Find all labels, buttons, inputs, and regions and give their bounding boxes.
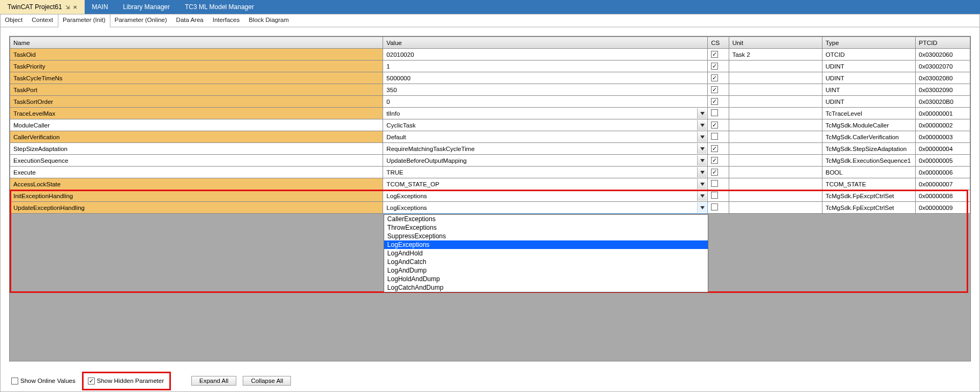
cell-cs[interactable] — [708, 108, 729, 119]
table-row[interactable]: TaskOid 02010020Task 2OTCID0x03002060 — [10, 49, 970, 61]
cell-type[interactable]: TcMgSdk.ModuleCaller — [822, 119, 915, 131]
cell-type[interactable]: TcMgSdk.FpExcptCtrlSet — [822, 202, 915, 214]
window-tab[interactable]: Library Manager — [116, 0, 177, 14]
table-row[interactable]: TaskPort 350UINT0x03002090 — [10, 84, 970, 96]
cell-name[interactable]: TaskCycleTimeNs — [10, 72, 383, 84]
cell-name[interactable]: StepSizeAdaptation — [10, 143, 383, 155]
dropdown-option[interactable]: LogCatchAndDump — [384, 283, 708, 292]
cell-type[interactable]: UINT — [822, 84, 915, 96]
cell-unit[interactable] — [729, 190, 822, 202]
cell-ptcid[interactable]: 0x03002090 — [915, 84, 970, 96]
cell-value[interactable]: TCOM_STATE_OP — [383, 178, 708, 190]
cs-checkbox[interactable] — [711, 203, 718, 210]
show-hidden-parameter-checkbox[interactable]: Show Hidden Parameter — [88, 378, 164, 385]
cell-ptcid[interactable]: 0x03002070 — [915, 61, 970, 72]
cell-type[interactable]: UDINT — [822, 61, 915, 72]
col-header-ptcid[interactable]: PTCID — [915, 37, 970, 49]
table-row[interactable]: TaskSortOrder 0UDINT0x030020B0 — [10, 96, 970, 108]
dropdown-button[interactable] — [697, 179, 707, 189]
cell-type[interactable]: TcMgSdk.CallerVerification — [822, 131, 915, 143]
cell-type[interactable]: UDINT — [822, 96, 915, 108]
cs-checkbox[interactable] — [711, 86, 718, 93]
window-tab[interactable]: MAIN — [85, 0, 116, 14]
dropdown-option[interactable]: LogAndHold — [384, 249, 708, 258]
cell-name[interactable]: UpdateExceptionHandling — [10, 202, 383, 214]
table-row[interactable]: InitExceptionHandling LogExceptionsTcMgS… — [10, 190, 970, 202]
sub-tab[interactable]: Object — [1, 14, 27, 27]
cell-type[interactable]: OTCID — [822, 49, 915, 61]
value-dropdown-list[interactable]: CallerExceptionsThrowExceptionsSuppressE… — [384, 214, 708, 292]
cell-name[interactable]: AccessLockState — [10, 178, 383, 190]
table-row[interactable]: TraceLevelMax tlInfoTcTraceLevel0x000000… — [10, 108, 970, 119]
table-row[interactable]: StepSizeAdaptation RequireMatchingTaskCy… — [10, 143, 970, 155]
cs-checkbox[interactable] — [711, 180, 718, 187]
window-tab[interactable]: TwinCAT Project61⇲✕ — [0, 0, 85, 14]
cell-ptcid[interactable]: 0x00000007 — [915, 178, 970, 190]
close-icon[interactable]: ✕ — [73, 4, 77, 10]
dropdown-option[interactable]: CallerExceptions — [384, 215, 708, 223]
table-row[interactable]: AccessLockState TCOM_STATE_OPTCOM_STATE0… — [10, 178, 970, 190]
cell-ptcid[interactable]: 0x00000005 — [915, 155, 970, 167]
cell-unit[interactable] — [729, 178, 822, 190]
sub-tab[interactable]: Interfaces — [208, 14, 245, 27]
sub-tab[interactable]: Parameter (Init) — [58, 14, 110, 27]
cs-checkbox[interactable] — [711, 51, 718, 58]
cs-checkbox[interactable] — [711, 109, 718, 116]
table-row[interactable]: ModuleCaller CyclicTaskTcMgSdk.ModuleCal… — [10, 119, 970, 131]
cell-value[interactable]: RequireMatchingTaskCycleTime — [383, 143, 708, 155]
cell-value[interactable]: tlInfo — [383, 108, 708, 119]
collapse-all-button[interactable]: Collapse All — [243, 376, 291, 386]
cell-ptcid[interactable]: 0x00000003 — [915, 131, 970, 143]
cell-name[interactable]: InitExceptionHandling — [10, 190, 383, 202]
cell-cs[interactable] — [708, 72, 729, 84]
cell-value[interactable]: LogExceptions — [383, 202, 708, 214]
col-header-cs[interactable]: CS — [708, 37, 729, 49]
cell-unit[interactable]: Task 2 — [729, 49, 822, 61]
cs-checkbox[interactable] — [711, 63, 718, 70]
cell-ptcid[interactable]: 0x030020B0 — [915, 96, 970, 108]
cell-cs[interactable] — [708, 84, 729, 96]
cell-value[interactable]: 1 — [383, 61, 708, 72]
cell-cs[interactable] — [708, 96, 729, 108]
cs-checkbox[interactable] — [711, 157, 718, 164]
cell-value[interactable]: 350 — [383, 84, 708, 96]
cell-type[interactable]: TcMgSdk.ExecutionSequence1 — [822, 155, 915, 167]
expand-all-button[interactable]: Expand All — [191, 376, 236, 386]
cs-checkbox[interactable] — [711, 169, 718, 176]
table-row[interactable]: ExecutionSequence UpdateBeforeOutputMapp… — [10, 155, 970, 167]
cell-name[interactable]: Execute — [10, 167, 383, 178]
table-row[interactable]: CallerVerification DefaultTcMgSdk.Caller… — [10, 131, 970, 143]
cell-cs[interactable] — [708, 49, 729, 61]
cell-cs[interactable] — [708, 190, 729, 202]
cell-unit[interactable] — [729, 155, 822, 167]
cell-name[interactable]: TaskPriority — [10, 61, 383, 72]
table-row[interactable]: Execute TRUEBOOL0x00000006 — [10, 167, 970, 178]
cell-value[interactable]: 0 — [383, 96, 708, 108]
cell-cs[interactable] — [708, 119, 729, 131]
cs-checkbox[interactable] — [711, 74, 718, 81]
cell-name[interactable]: ModuleCaller — [10, 119, 383, 131]
cell-value[interactable]: 5000000 — [383, 72, 708, 84]
cell-value[interactable]: 02010020 — [383, 49, 708, 61]
cell-unit[interactable] — [729, 119, 822, 131]
sub-tab[interactable]: Block Diagram — [244, 14, 294, 27]
dropdown-button[interactable] — [697, 144, 707, 154]
cell-unit[interactable] — [729, 202, 822, 214]
cell-value[interactable]: CyclicTask — [383, 119, 708, 131]
dropdown-button[interactable] — [697, 155, 707, 165]
cell-cs[interactable] — [708, 61, 729, 72]
dropdown-button[interactable] — [697, 167, 707, 177]
parameter-grid-scroll[interactable]: Name Value CS Unit Type PTCID TaskOid 02… — [9, 36, 971, 361]
table-row[interactable]: UpdateExceptionHandling LogExceptionsTcM… — [10, 202, 970, 214]
cell-unit[interactable] — [729, 72, 822, 84]
cell-ptcid[interactable]: 0x00000004 — [915, 143, 970, 155]
cell-ptcid[interactable]: 0x00000001 — [915, 108, 970, 119]
window-tab[interactable]: TC3 ML Model Manager — [177, 0, 261, 14]
cell-unit[interactable] — [729, 61, 822, 72]
cs-checkbox[interactable] — [711, 145, 718, 152]
cell-type[interactable]: BOOL — [822, 167, 915, 178]
cell-cs[interactable] — [708, 178, 729, 190]
cell-unit[interactable] — [729, 108, 822, 119]
cell-type[interactable]: TCOM_STATE — [822, 178, 915, 190]
table-row[interactable]: TaskPriority 1UDINT0x03002070 — [10, 61, 970, 72]
